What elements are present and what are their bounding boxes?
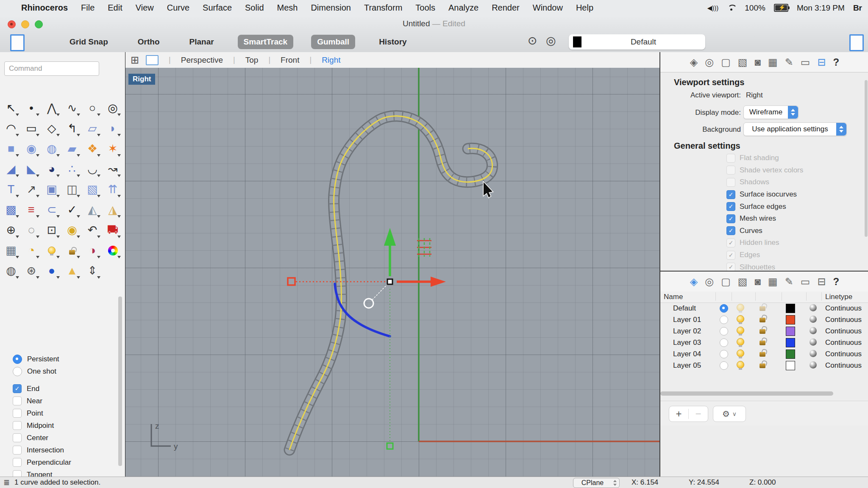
background-dropdown[interactable]: Use application settings bbox=[743, 122, 847, 136]
layer-color-swatch[interactable] bbox=[786, 315, 795, 324]
checkbox-intersection[interactable] bbox=[13, 446, 22, 455]
layers-panel-icon[interactable]: ◈ bbox=[690, 277, 698, 287]
left-sidebar-toggle-icon[interactable] bbox=[10, 34, 25, 51]
explode-icon[interactable]: ✶ bbox=[103, 139, 123, 159]
display-panel-icon[interactable]: ⊟ bbox=[818, 57, 826, 67]
display-panel-icon[interactable]: ⊟ bbox=[818, 277, 826, 287]
four-viewports-icon[interactable]: ⊞ bbox=[131, 54, 139, 66]
ellipse-icon[interactable]: ◎ bbox=[103, 98, 123, 118]
surface-patch-icon[interactable]: ▰ bbox=[62, 139, 82, 159]
menu-bar-clock[interactable]: Mon 3:19 PM bbox=[797, 3, 845, 13]
cylinder-icon[interactable]: ◍ bbox=[42, 139, 62, 159]
layer-material-icon[interactable] bbox=[810, 361, 817, 369]
right-viewport[interactable]: Right bbox=[125, 68, 659, 477]
checkbox-end[interactable] bbox=[13, 384, 22, 393]
display-mode-dropdown[interactable]: Wireframe bbox=[743, 105, 798, 119]
macro-panel-icon[interactable]: ✎ bbox=[785, 277, 793, 287]
menu-help[interactable]: Help bbox=[576, 3, 593, 13]
concentric-circles-icon[interactable]: ◎ bbox=[546, 34, 556, 47]
user-menu[interactable]: Br bbox=[853, 3, 862, 13]
lock-icon[interactable] bbox=[62, 240, 82, 261]
osnap-mode-persistent[interactable]: Persistent bbox=[0, 353, 119, 365]
menu-surface[interactable]: Surface bbox=[203, 3, 232, 13]
align-icon[interactable]: ≡ bbox=[21, 200, 42, 220]
layer-material-icon[interactable] bbox=[810, 304, 817, 311]
setting-surface-edges[interactable]: Surface edges bbox=[660, 200, 864, 213]
notes-panel-icon[interactable]: ▢ bbox=[721, 277, 731, 287]
layers-panel-icon[interactable]: ◈ bbox=[690, 57, 698, 67]
control-point-curve-icon[interactable]: ⋀ bbox=[42, 98, 62, 118]
layer-visibility-bulb-icon[interactable] bbox=[737, 349, 744, 357]
circle-icon[interactable]: ○ bbox=[82, 98, 103, 118]
record-point-icon[interactable]: ⊙ bbox=[528, 34, 537, 47]
layer-current-radio[interactable] bbox=[720, 338, 728, 347]
arc-icon[interactable]: ◠ bbox=[1, 118, 21, 139]
help-panel-icon[interactable]: ? bbox=[833, 57, 840, 67]
box-panel-icon[interactable]: ▧ bbox=[738, 57, 748, 67]
extrude-solid-icon[interactable]: ▧ bbox=[82, 179, 103, 200]
gumball-z-arrow-head[interactable] bbox=[384, 228, 396, 246]
command-input[interactable]: Command bbox=[4, 61, 99, 76]
dimension-vertical-icon[interactable]: ⇕ bbox=[82, 261, 103, 281]
layer-row-layer-04[interactable]: Layer 04Continuous bbox=[660, 348, 868, 360]
gumball-origin-handle[interactable] bbox=[387, 279, 392, 284]
undo-view-icon[interactable]: ↶ bbox=[82, 220, 103, 240]
wifi-icon[interactable] bbox=[727, 5, 736, 11]
checkbox-flat-shading[interactable] bbox=[726, 154, 735, 163]
layer-color-swatch[interactable] bbox=[786, 338, 795, 347]
layer-visibility-bulb-icon[interactable] bbox=[737, 338, 744, 346]
layer-visibility-bulb-icon[interactable] bbox=[737, 361, 744, 369]
grid-panel-icon[interactable]: ▦ bbox=[768, 277, 778, 287]
checkbox-edges[interactable] bbox=[726, 251, 735, 260]
cplane-selector[interactable]: CPlane bbox=[573, 478, 620, 488]
gumball-green-end-handle[interactable] bbox=[387, 443, 393, 449]
analyze-direction-icon[interactable]: ◑ bbox=[82, 240, 103, 261]
notes-panel-icon[interactable]: ▢ bbox=[721, 57, 731, 67]
macro-panel-icon[interactable]: ✎ bbox=[785, 57, 793, 67]
fillet-curve-icon[interactable]: ↰ bbox=[62, 118, 82, 139]
checkbox-center[interactable] bbox=[13, 433, 22, 442]
check-selection-icon[interactable]: ✓ bbox=[62, 200, 82, 220]
settings-scrollbar[interactable] bbox=[865, 80, 868, 237]
render-sphere-icon[interactable]: ● bbox=[42, 261, 62, 281]
boolean-union-icon[interactable]: ❖ bbox=[82, 139, 103, 159]
named-view-car-icon[interactable]: ⛟ bbox=[103, 220, 123, 240]
rectangle-panel-icon[interactable]: ▭ bbox=[801, 57, 810, 67]
single-viewport-icon[interactable] bbox=[146, 55, 159, 65]
checkbox-midpoint[interactable] bbox=[13, 421, 22, 430]
layer-current-radio[interactable] bbox=[720, 304, 728, 313]
current-layer-selector[interactable]: Default bbox=[569, 34, 705, 50]
osnap-point[interactable]: Point bbox=[0, 407, 119, 419]
layer-row-default[interactable]: DefaultContinuous bbox=[660, 302, 868, 314]
checkbox-surface-edges[interactable] bbox=[726, 202, 735, 211]
shade-surface-icon[interactable]: ◮ bbox=[103, 200, 123, 220]
rectangle-icon[interactable]: ▭ bbox=[21, 118, 42, 139]
gumball-menu-ball[interactable] bbox=[364, 299, 373, 308]
battery-icon[interactable]: ⚡ bbox=[774, 4, 788, 12]
point-cloud-icon[interactable]: ∴ bbox=[62, 159, 82, 179]
remove-layer-button[interactable]: − bbox=[689, 408, 708, 420]
layer-material-icon[interactable] bbox=[810, 327, 817, 334]
polygon-icon[interactable]: ◇ bbox=[42, 118, 62, 139]
checkbox-shade-vertex-colors[interactable] bbox=[726, 166, 735, 175]
palette-scrollbar[interactable] bbox=[118, 297, 122, 466]
right-sidebar-toggle-icon[interactable] bbox=[849, 34, 864, 51]
layer-color-swatch[interactable] bbox=[786, 327, 795, 336]
layer-color-swatch[interactable] bbox=[786, 304, 795, 313]
toggle-history[interactable]: History bbox=[373, 35, 412, 49]
layer-material-icon[interactable] bbox=[810, 350, 817, 357]
split-icon[interactable]: ◣ bbox=[21, 159, 42, 179]
layer-lock-icon[interactable] bbox=[760, 363, 765, 368]
cplane-grid-icon[interactable]: ▦ bbox=[1, 240, 21, 261]
boolean-difference-icon[interactable]: ◕ bbox=[42, 159, 62, 179]
layer-row-layer-01[interactable]: Layer 01Continuous bbox=[660, 314, 868, 325]
sphere-sections-icon[interactable]: ⊛ bbox=[21, 261, 42, 281]
add-layer-button[interactable]: + bbox=[669, 408, 688, 420]
layer-material-icon[interactable] bbox=[810, 338, 817, 346]
tab-front[interactable]: Front bbox=[281, 55, 299, 65]
toggle-smarttrack[interactable]: SmartTrack bbox=[238, 35, 294, 49]
box-icon[interactable]: ■ bbox=[1, 139, 21, 159]
checkbox-surface-isocurves[interactable] bbox=[726, 190, 735, 199]
layer-row-layer-03[interactable]: Layer 03Continuous bbox=[660, 337, 868, 348]
layers-horizontal-scrollbar[interactable] bbox=[660, 391, 833, 396]
